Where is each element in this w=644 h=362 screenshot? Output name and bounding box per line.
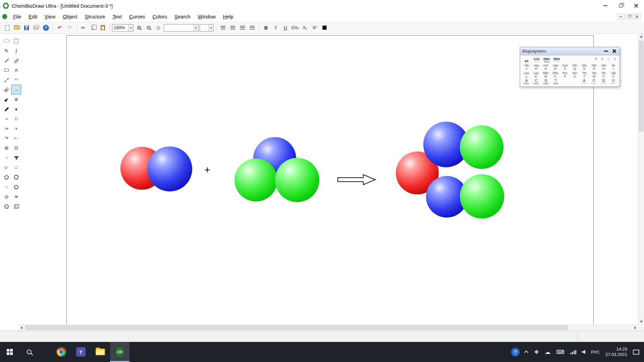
aa-ile-button[interactable]: IleI (608, 64, 618, 70)
reaction-arrow[interactable] (337, 173, 377, 186)
aa-cys-button[interactable]: CysC (560, 64, 570, 70)
aa-met-button[interactable]: MetM (541, 71, 551, 78)
close-button[interactable] (629, 0, 644, 11)
rna-builder[interactable]: RNA~~~ (552, 57, 562, 63)
font-size-dropdown-icon[interactable]: ▾ (208, 24, 213, 31)
mdi-close-button[interactable] (633, 14, 641, 20)
clock[interactable]: 14:25 27.03.2021 (605, 347, 627, 357)
aa-arg-button[interactable]: ArgR (531, 64, 541, 70)
rna-a-button[interactable]: A~~~ (579, 79, 589, 84)
aa-glu-button[interactable]: GluE (580, 64, 589, 70)
zoom-dropdown-icon[interactable]: ▾ (128, 24, 133, 31)
circle-template-tool[interactable]: ○ (2, 182, 11, 192)
aa-ala-button[interactable]: AlaA (522, 64, 531, 70)
dna-builder[interactable]: DNAooo (542, 57, 552, 63)
taskbar-teams-button[interactable]: T (71, 342, 91, 362)
menu-edit[interactable]: Edit (25, 12, 41, 21)
font-size-combo[interactable]: ▾ (200, 24, 214, 32)
search-button[interactable] (19, 342, 39, 362)
align-left-button[interactable] (219, 23, 227, 32)
horizontal-scrollbar[interactable] (18, 324, 638, 330)
dna-a-button[interactable]: Aooo (522, 79, 531, 84)
menu-curves[interactable]: Curves (125, 12, 149, 21)
menu-object[interactable]: Object (59, 12, 81, 21)
rotate-tool[interactable]: ↻ (2, 46, 11, 56)
plus-sign[interactable]: + (204, 164, 210, 176)
product-green-bottomright-sphere[interactable] (460, 174, 504, 219)
color-button[interactable] (320, 23, 329, 32)
new-document-button[interactable] (3, 23, 11, 32)
stamp-tool[interactable] (11, 153, 21, 163)
italic-button[interactable]: I (271, 23, 280, 32)
align-justify-button[interactable] (248, 23, 257, 32)
align-right-button[interactable] (238, 23, 247, 32)
help-button[interactable]: ? (42, 23, 50, 32)
aa-pro-button[interactable]: ProP (560, 71, 570, 78)
open-button[interactable] (12, 23, 21, 32)
onedrive-cloud-icon[interactable]: ☁ (545, 349, 550, 355)
formula-button[interactable]: CH₂ (291, 23, 300, 32)
d-isomer-toggle[interactable]: D~ (612, 57, 618, 63)
sequence-tool[interactable]: aA (522, 59, 532, 63)
paste-button[interactable] (98, 23, 107, 32)
save-button[interactable] (22, 23, 31, 32)
action-center-icon[interactable] (633, 350, 639, 355)
freehand-tool[interactable]: ~ (2, 153, 11, 163)
bold-bond-tool[interactable] (2, 104, 11, 114)
keyboard-icon[interactable]: ⌨ (556, 349, 565, 355)
align-center-button[interactable] (228, 23, 237, 32)
rna-c-button[interactable]: C~~~ (589, 79, 599, 84)
solid-bond-tool[interactable] (2, 56, 11, 65)
dropbox-icon[interactable]: ❖ (534, 349, 539, 355)
zoom-combo[interactable]: 150% ▾ (112, 24, 133, 32)
aa-asn-button[interactable]: AsnN (541, 64, 551, 70)
lasso-tool[interactable] (2, 36, 11, 46)
taskbar-chrome-button[interactable] (52, 342, 71, 362)
document-system-icon[interactable] (2, 14, 7, 19)
network-icon[interactable] (570, 350, 576, 354)
biopolymers-collapse-button[interactable] (603, 48, 609, 54)
volume-icon[interactable] (582, 350, 585, 354)
vertical-scroll-thumb[interactable] (639, 41, 643, 131)
orbital-tool[interactable]: ● (11, 104, 21, 114)
pentagon-template-tool[interactable] (2, 172, 11, 182)
font-dropdown-icon[interactable]: ▾ (193, 24, 198, 31)
aa-leu-button[interactable]: LeuL (522, 71, 531, 78)
bold-button[interactable]: B (262, 23, 270, 32)
aa-gln-button[interactable]: GlnQ (570, 64, 580, 70)
menu-structure[interactable]: Structure (81, 12, 109, 21)
rna-u-button[interactable]: U~~~ (608, 79, 618, 84)
marquee-tool[interactable] (11, 36, 21, 46)
dna-t-button[interactable]: Tooo (551, 79, 560, 84)
dashed-bond-tool[interactable] (2, 75, 11, 85)
mdi-restore-button[interactable] (625, 14, 633, 20)
arc-tool[interactable]: ◠ (11, 75, 21, 85)
subscript-button[interactable]: X₂ (301, 23, 309, 32)
tray-help-button[interactable]: ? (511, 348, 520, 356)
superscript-button[interactable]: X² (310, 23, 319, 32)
terminus-toggle[interactable]: ⇅~ (593, 57, 599, 63)
menu-colors[interactable]: Colors (149, 12, 171, 21)
dna-c-button[interactable]: Cooo (531, 79, 541, 84)
undo-button[interactable]: ↶ (55, 23, 64, 32)
reactant2-green-right-sphere[interactable] (275, 158, 319, 202)
dna-g-button[interactable]: Gooo (541, 79, 551, 84)
wavy-bond-tool[interactable]: ≈ (2, 114, 11, 124)
pentagon3d-template-tool[interactable] (2, 201, 11, 211)
hollow-arrow-tool[interactable]: ⇒ (2, 124, 11, 133)
table-tool[interactable]: ⊞ (2, 143, 11, 153)
menu-text[interactable]: Text (109, 12, 126, 21)
text-tool[interactable]: A (11, 65, 21, 75)
scroll-down-button[interactable] (638, 319, 644, 324)
redo-button[interactable]: ↷ (65, 23, 74, 32)
restore-button[interactable] (613, 0, 629, 11)
vertical-scrollbar[interactable] (638, 34, 644, 324)
aa-lys-button[interactable]: LysK (531, 71, 541, 78)
copy-button[interactable] (89, 23, 97, 32)
tray-expand-icon[interactable] (524, 350, 529, 355)
start-button[interactable] (0, 342, 19, 362)
menu-search[interactable]: Search (171, 12, 194, 21)
reactant2-green-left-sphere[interactable] (234, 159, 277, 201)
zoom-out-button[interactable]: − (144, 23, 153, 32)
aa-trp-button[interactable]: TrpW (589, 71, 599, 78)
